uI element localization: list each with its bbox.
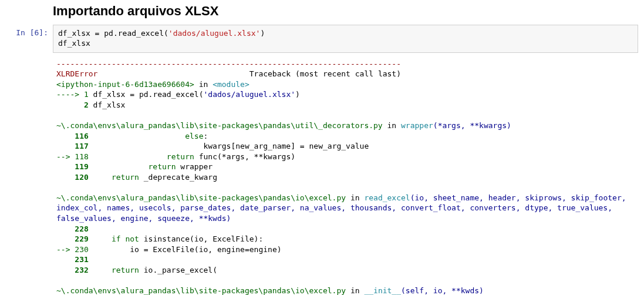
traceback-label: Traceback (most recent call last)	[249, 69, 401, 78]
frame-location: ~\.conda\envs\alura_pandas\lib\site-pack…	[56, 286, 346, 295]
output-cell: ----------------------------------------…	[0, 55, 644, 295]
frame-function: <module>	[213, 80, 249, 89]
line-number: 229	[56, 234, 89, 243]
current-line-arrow: ----> 1	[56, 90, 89, 99]
frame-location: ~\.conda\envs\alura_pandas\lib\site-pack…	[56, 121, 383, 130]
traceback-divider: ----------------------------------------…	[56, 59, 401, 68]
current-line-arrow: --> 118	[56, 152, 89, 161]
input-prompt: In [6]:	[0, 25, 53, 53]
frame-function: wrapper	[401, 121, 433, 130]
frame-function: read_excel	[364, 193, 410, 202]
current-line-arrow: --> 230	[56, 245, 89, 254]
heading: Importando arquivos XLSX	[53, 4, 644, 19]
markdown-cell: Importando arquivos XLSX	[0, 0, 644, 22]
line-number: 116	[56, 132, 89, 140]
frame-function: __init__	[364, 286, 401, 295]
code-cell: In [6]: df_xlsx = pd.read_excel('dados/a…	[0, 22, 644, 55]
output-prompt	[0, 56, 53, 295]
line-number: 2	[56, 100, 89, 109]
line-number: 120	[56, 173, 89, 182]
line-number: 231	[56, 255, 89, 264]
notebook: Importando arquivos XLSX In [6]: df_xlsx…	[0, 0, 644, 295]
traceback-output: ----------------------------------------…	[53, 56, 638, 295]
frame-location: <ipython-input-6-6d13ae696604>	[56, 80, 194, 89]
code-input[interactable]: df_xlsx = pd.read_excel('dados/aluguel.x…	[53, 25, 638, 53]
error-name: XLRDError	[56, 69, 97, 78]
line-number: 119	[56, 162, 89, 171]
line-number: 117	[56, 142, 89, 150]
line-number: 228	[56, 224, 89, 233]
frame-location: ~\.conda\envs\alura_pandas\lib\site-pack…	[56, 193, 346, 202]
line-number: 232	[56, 266, 89, 274]
